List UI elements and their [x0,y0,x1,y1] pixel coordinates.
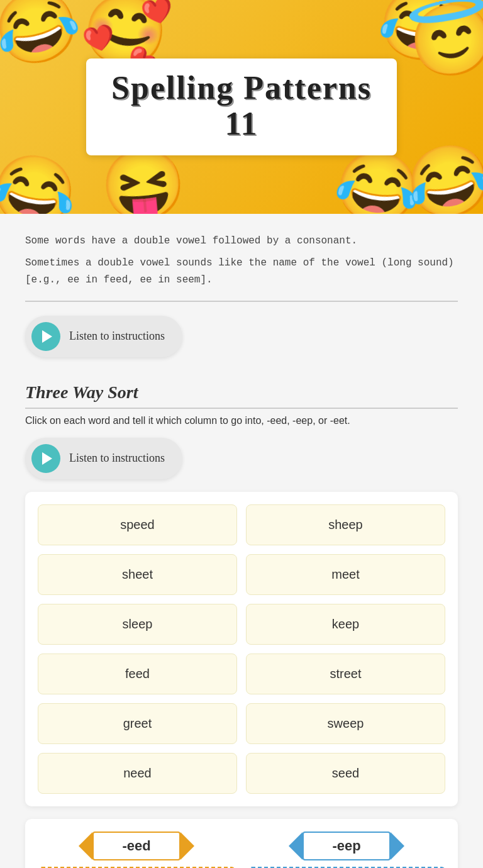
eed-label: -eed [122,838,150,854]
word-card-need[interactable]: need [38,753,237,794]
listen-label-1: Listen to instructions [69,330,165,343]
sort-section-title: Three Way Sort [25,382,458,409]
main-instructions: Some words have a double vowel followed … [0,214,483,376]
word-card-sheet[interactable]: sheet [38,554,237,595]
title-box: Spelling Patterns 11 [86,58,397,155]
word-card-meet[interactable]: meet [246,554,445,595]
columns-row: -eed -eep [38,832,445,868]
sort-column-eep: -eep [248,832,445,868]
divider-1 [25,301,458,302]
sort-column-eed: -eed [38,832,235,868]
emoji-1: 😂 [0,0,87,73]
word-card-sweep[interactable]: sweep [246,703,445,744]
header-banner: 😂 🥰 😂 😇 😂 😝 😂 😂 Spelling Patterns 11 [0,0,483,214]
eep-banner-wrapper: -eep [248,832,445,860]
eep-column-header: -eep [303,832,391,860]
emoji-8: 😂 [400,140,483,214]
word-card-sleep[interactable]: sleep [38,604,237,645]
listen-instructions-button-1[interactable]: Listen to instructions [25,316,182,357]
page-title-line1: Spelling Patterns [111,70,372,106]
emoji-6: 😝 [97,147,189,214]
eed-column-header: -eed [92,832,180,860]
page-title-line2: 11 [111,106,372,142]
sort-columns-container: -eed -eep [25,819,458,868]
instruction-line1: Some words have a double vowel followed … [25,233,458,250]
sort-section: Three Way Sort Click on each word and te… [0,376,483,868]
eep-label: -eep [332,838,360,854]
word-card-greet[interactable]: greet [38,703,237,744]
word-grid: speed sheep sheet meet sleep keep feed s… [38,504,445,794]
instruction-line2: Sometimes a double vowel sounds like the… [25,255,458,289]
word-card-keep[interactable]: keep [246,604,445,645]
word-card-street[interactable]: street [246,654,445,694]
emoji-5: 😂 [0,150,82,214]
play-icon-1 [31,322,60,351]
word-grid-container: speed sheep sheet meet sleep keep feed s… [25,492,458,806]
word-card-feed[interactable]: feed [38,654,237,694]
listen-label-2: Listen to instructions [69,452,165,465]
word-card-sheep[interactable]: sheep [246,504,445,545]
word-card-speed[interactable]: speed [38,504,237,545]
word-card-seed[interactable]: seed [246,753,445,794]
sort-section-subtitle: Click on each word and tell it which col… [25,415,458,426]
eed-banner-wrapper: -eed [38,832,235,860]
play-icon-2 [31,444,60,473]
emoji-4: 😇 [404,0,483,82]
listen-instructions-button-2[interactable]: Listen to instructions [25,438,182,479]
